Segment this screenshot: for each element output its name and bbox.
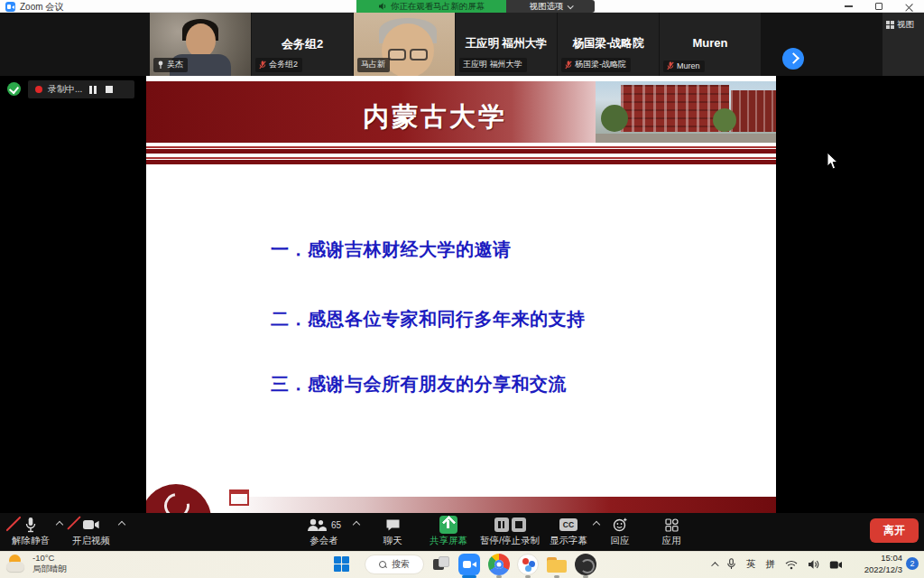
- participant-display-name: 王应明 福州大学: [456, 36, 557, 51]
- start-button[interactable]: [334, 556, 349, 572]
- view-options-button[interactable]: 视图选项: [506, 0, 595, 13]
- participant-name: 杨国梁-战略院: [575, 59, 626, 70]
- participant-tile-muren[interactable]: Muren Muren: [660, 13, 761, 76]
- zoom-app-icon: [5, 2, 15, 12]
- recording-dot-icon: [35, 86, 42, 93]
- taskbar-clock[interactable]: 15:04 2022/12/3: [859, 553, 902, 576]
- start-video-button[interactable]: 开启视频: [65, 517, 117, 547]
- participant-tile-mazhanxin[interactable]: 马占新: [354, 13, 455, 76]
- taskbar-chrome-icon[interactable]: [488, 554, 510, 575]
- volume-icon[interactable]: [808, 559, 819, 570]
- recording-status: 录制中...: [48, 83, 82, 96]
- participant-display-name: 会务组2: [252, 36, 353, 52]
- share-screen-button[interactable]: 共享屏幕: [424, 517, 473, 547]
- view-button[interactable]: 视图: [886, 18, 922, 31]
- camera-off-icon: [65, 517, 117, 533]
- weather-temperature: -10°C: [32, 553, 67, 564]
- taskbar-search[interactable]: 搜索: [365, 555, 424, 574]
- stop-recording-button[interactable]: [104, 84, 115, 95]
- unmute-label: 解除静音: [5, 535, 56, 547]
- university-logo: [146, 484, 211, 513]
- taskbar-file-explorer-icon[interactable]: [546, 554, 568, 575]
- slide-footer-band: [226, 497, 776, 513]
- participant-tile-yangguoliang[interactable]: 杨国梁-战略院 杨国梁-战略院: [558, 13, 659, 76]
- participant-tile-wujie[interactable]: 吴杰: [150, 13, 251, 76]
- show-captions-button[interactable]: CC 显示字幕: [545, 517, 592, 547]
- pause-recording-button[interactable]: [88, 84, 98, 95]
- share-screen-icon: [439, 516, 457, 534]
- mic-muted-icon: [5, 517, 56, 533]
- divider-line: [146, 146, 776, 148]
- wifi-icon[interactable]: [785, 560, 798, 570]
- viewing-screen-banner: 你正在观看马占新的屏幕: [356, 0, 506, 13]
- maximize-button[interactable]: [864, 0, 894, 13]
- participant-tile-wangyingming[interactable]: 王应明 福州大学 王应明 福州大学: [456, 13, 557, 76]
- maximize-icon: [875, 3, 882, 10]
- chat-button[interactable]: 聊天: [372, 517, 413, 547]
- reactions-icon: [600, 517, 640, 533]
- participant-name-tag: 王应明 福州大学: [459, 58, 527, 72]
- chat-icon: [372, 517, 413, 533]
- participants-label: 参会者: [298, 535, 350, 547]
- participants-icon: 65: [298, 517, 350, 533]
- reactions-button[interactable]: 回应: [600, 517, 640, 547]
- minimize-icon: [845, 5, 853, 7]
- red-slash: [67, 516, 81, 530]
- taskbar-meeting-app-icon[interactable]: [517, 554, 539, 575]
- tray-camera-icon[interactable]: [829, 560, 843, 570]
- gallery-view-icon: [886, 21, 894, 29]
- reactions-label: 回应: [600, 535, 640, 547]
- chevron-down-icon: [567, 3, 573, 9]
- weather-description: 局部晴朗: [32, 564, 67, 574]
- notification-badge[interactable]: 2: [906, 557, 919, 570]
- slide-header-banner: 内蒙古大学: [146, 81, 776, 143]
- close-button[interactable]: [893, 0, 924, 13]
- apps-icon: [651, 517, 691, 533]
- video-strip: 吴杰 会务组2 会务组2 马占新 王应明 福州大学 王应明 福州大学 杨国梁-战…: [0, 13, 924, 76]
- slide-bullet-1: 一．感谢吉林财经大学的邀请: [271, 238, 512, 262]
- banner-text: 你正在观看马占新的屏幕: [391, 1, 485, 13]
- apps-button[interactable]: 应用: [651, 517, 691, 547]
- participants-button[interactable]: 65 参会者: [298, 517, 350, 547]
- participant-name-tag: 杨国梁-战略院: [561, 58, 631, 72]
- taskbar-zoom-icon[interactable]: [458, 554, 480, 575]
- hidden-icons-chevron-icon[interactable]: [711, 562, 718, 569]
- ime-english-indicator[interactable]: 英: [746, 558, 756, 571]
- slide-title: 内蒙古大学: [146, 99, 724, 135]
- zoom-meeting-window: Zoom 会议 你正在观看马占新的屏幕 视图选项 吴杰 会务组2 会务组2: [0, 0, 924, 578]
- participant-name-tag: Muren: [663, 61, 705, 72]
- leave-meeting-button[interactable]: 离开: [870, 518, 919, 543]
- divider-line: [146, 160, 776, 164]
- participant-tile-huiwuzu2[interactable]: 会务组2 会务组2: [252, 13, 353, 76]
- participant-display-name: 杨国梁-战略院: [558, 36, 659, 51]
- unmute-button[interactable]: 解除静音: [5, 517, 56, 547]
- participant-name: 吴杰: [167, 59, 183, 70]
- apps-label: 应用: [651, 535, 691, 547]
- captions-label: 显示字幕: [545, 535, 592, 547]
- slide-bullet-2: 二．感恩各位专家和同行多年来的支持: [271, 307, 586, 331]
- stop-icon[interactable]: [512, 517, 526, 532]
- participant-name: 马占新: [361, 59, 385, 70]
- mic-muted-icon: [259, 61, 266, 70]
- taskbar-obs-icon[interactable]: [575, 554, 596, 575]
- minimize-button[interactable]: [833, 0, 864, 13]
- pause-icon[interactable]: [494, 517, 509, 532]
- chrome-indicator: [496, 575, 502, 578]
- slide-bullet-3: 三．感谢与会所有朋友的分享和交流: [271, 372, 567, 396]
- participants-count: 65: [331, 520, 341, 530]
- mic-muted-icon: [565, 61, 572, 70]
- task-view-button[interactable]: [433, 556, 449, 571]
- taskbar-weather-widget[interactable]: -10°C 局部晴朗: [5, 553, 67, 574]
- next-participants-button[interactable]: [782, 48, 804, 70]
- captions-icon: CC: [559, 518, 578, 532]
- pause-stop-recording-button[interactable]: 暂停/停止录制: [473, 517, 547, 547]
- tray-mic-icon[interactable]: [726, 558, 736, 571]
- file-explorer-indicator: [554, 575, 559, 578]
- share-screen-label: 共享屏幕: [424, 535, 473, 547]
- search-icon: [379, 561, 387, 569]
- ime-pinyin-indicator[interactable]: 拼: [766, 558, 776, 571]
- encryption-shield-icon: [7, 82, 21, 96]
- participant-name-tag: 马占新: [357, 58, 390, 72]
- view-options-label: 视图选项: [530, 1, 564, 13]
- view-button-label: 视图: [897, 19, 914, 31]
